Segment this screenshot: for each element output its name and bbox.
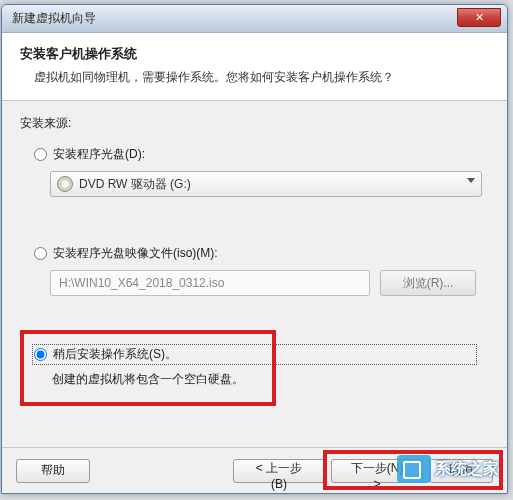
back-button[interactable]: < 上一步(B): [233, 459, 325, 483]
cancel-button[interactable]: 取消: [429, 459, 493, 483]
browse-button[interactable]: 浏览(R)...: [380, 270, 476, 296]
iso-path-input[interactable]: [50, 270, 370, 296]
next-button[interactable]: 下一步(N) >: [331, 459, 423, 483]
install-source-label: 安装来源:: [20, 115, 489, 132]
window-title: 新建虚拟机向导: [12, 10, 96, 27]
chevron-down-icon: [467, 178, 475, 183]
radio-install-later[interactable]: 稍后安装操作系统(S)。: [34, 346, 475, 363]
header-title: 安装客户机操作系统: [20, 45, 489, 63]
radio-later-input[interactable]: [34, 348, 47, 361]
header-subtitle: 虚拟机如同物理机，需要操作系统。您将如何安装客户机操作系统？: [34, 69, 489, 86]
radio-later-label: 稍后安装操作系统(S)。: [53, 346, 177, 363]
radio-disc-input[interactable]: [34, 148, 47, 161]
body-pane: 安装来源: 安装程序光盘(D): DVD RW 驱动器 (G:) 安装程序光盘映…: [2, 101, 507, 447]
header-pane: 安装客户机操作系统 虚拟机如同物理机，需要操作系统。您将如何安装客户机操作系统？: [2, 33, 507, 101]
radio-iso-input[interactable]: [34, 247, 47, 260]
radio-install-from-disc[interactable]: 安装程序光盘(D):: [34, 146, 489, 163]
highlight-box-option: [20, 330, 276, 406]
drive-combobox-value: DVD RW 驱动器 (G:): [79, 176, 191, 193]
drive-combobox[interactable]: DVD RW 驱动器 (G:): [50, 171, 482, 197]
disc-icon: [57, 176, 73, 192]
radio-install-from-iso[interactable]: 安装程序光盘映像文件(iso)(M):: [34, 245, 489, 262]
close-icon: ✕: [475, 11, 484, 24]
radio-disc-label: 安装程序光盘(D):: [53, 146, 145, 163]
close-button[interactable]: ✕: [457, 8, 501, 27]
help-button[interactable]: 帮助: [16, 459, 90, 483]
wizard-window: 新建虚拟机向导 ✕ 安装客户机操作系统 虚拟机如同物理机，需要操作系统。您将如何…: [1, 4, 508, 494]
radio-later-desc: 创建的虚拟机将包含一个空白硬盘。: [52, 371, 475, 388]
footer: 帮助 < 上一步(B) 下一步(N) > 取消 系统之家: [2, 447, 507, 493]
titlebar[interactable]: 新建虚拟机向导 ✕: [2, 5, 507, 33]
radio-iso-label: 安装程序光盘映像文件(iso)(M):: [53, 245, 218, 262]
